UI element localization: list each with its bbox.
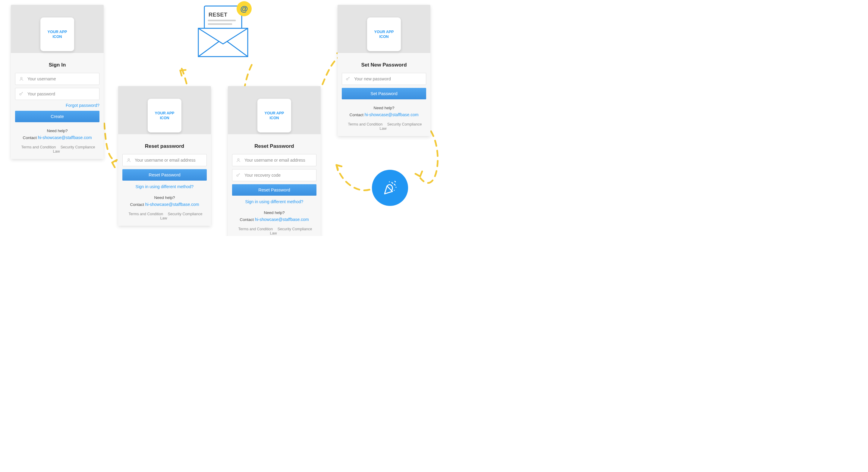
svg-point-10 (396, 187, 396, 188)
app-icon-placeholder: YOUR APP ICON (148, 99, 181, 132)
reset-password-button[interactable]: Reset Password (122, 169, 207, 180)
help-block: Need help? Contact hi-showcase@staffbase… (342, 105, 426, 118)
signin-card: YOUR APP ICON Sign In Forgot password? C… (11, 5, 104, 159)
svg-point-9 (389, 181, 390, 182)
help-block: Need help? Contact hi-showcase@staffbase… (15, 128, 99, 141)
reset-code-title: Reset Password (232, 143, 316, 149)
reset-request-card: YOUR APP ICON Reset password Reset Passw… (118, 86, 211, 226)
signin-different-method-link[interactable]: Sign in using different method? (232, 199, 316, 204)
set-password-card: YOUR APP ICON Set New Password Set Passw… (338, 5, 430, 136)
svg-point-3 (21, 77, 22, 79)
username-input[interactable] (15, 73, 99, 85)
compliance-link[interactable]: Security Compliance Law (380, 122, 422, 131)
forgot-password-link[interactable]: Forgot password? (66, 103, 99, 108)
svg-point-5 (128, 159, 129, 160)
reset-request-title: Reset password (122, 143, 207, 149)
help-block: Need help? Contact hi-showcase@staffbase… (122, 195, 207, 208)
contact-email-link[interactable]: hi-showcase@staffbase.com (145, 202, 199, 207)
app-icon-placeholder: YOUR APP ICON (40, 18, 74, 51)
terms-link[interactable]: Terms and Condition (239, 227, 273, 231)
contact-email-link[interactable]: hi-showcase@staffbase.com (255, 217, 309, 222)
user-icon (126, 158, 132, 163)
email-at-badge: @ (237, 1, 252, 16)
identifier-input[interactable] (122, 154, 207, 166)
recovery-code-input[interactable] (232, 169, 316, 181)
reset-email-illustration: RESET @ (190, 2, 256, 62)
key-icon (345, 76, 351, 81)
password-input[interactable] (15, 88, 99, 100)
terms-link[interactable]: Terms and Condition (348, 122, 383, 127)
reset-email-label: RESET (209, 12, 227, 18)
success-celebration-icon (372, 170, 408, 206)
terms-link[interactable]: Terms and Condition (129, 212, 163, 216)
svg-point-11 (394, 190, 395, 191)
key-icon (19, 92, 24, 96)
create-button[interactable]: Create (15, 111, 99, 122)
contact-email-link[interactable]: hi-showcase@staffbase.com (38, 135, 92, 140)
signin-title: Sign In (15, 62, 99, 68)
svg-point-7 (237, 175, 238, 176)
user-icon (236, 158, 241, 163)
help-block: Need help? Contact hi-showcase@staffbase… (232, 209, 316, 223)
svg-point-6 (238, 159, 239, 160)
app-icon-placeholder: YOUR APP ICON (257, 99, 291, 132)
terms-link[interactable]: Terms and Condition (22, 145, 56, 149)
identifier-input[interactable] (232, 154, 316, 166)
signin-different-method-link[interactable]: Sign in using different method? (122, 184, 207, 189)
reset-password-button[interactable]: Reset Password (232, 184, 316, 196)
app-icon-placeholder: YOUR APP ICON (367, 18, 401, 51)
svg-point-8 (346, 78, 348, 80)
user-icon (19, 76, 24, 81)
svg-point-4 (20, 94, 21, 95)
set-password-button[interactable]: Set Password (342, 88, 426, 99)
compliance-link[interactable]: Security Compliance Law (53, 145, 95, 154)
key-icon (236, 173, 241, 178)
reset-code-card: YOUR APP ICON Reset Password Reset Passw… (228, 86, 321, 236)
compliance-link[interactable]: Security Compliance Law (160, 212, 203, 221)
new-password-input[interactable] (342, 73, 426, 85)
compliance-link[interactable]: Security Compliance Law (270, 227, 312, 235)
contact-email-link[interactable]: hi-showcase@staffbase.com (365, 112, 418, 117)
set-password-title: Set New Password (342, 62, 426, 68)
